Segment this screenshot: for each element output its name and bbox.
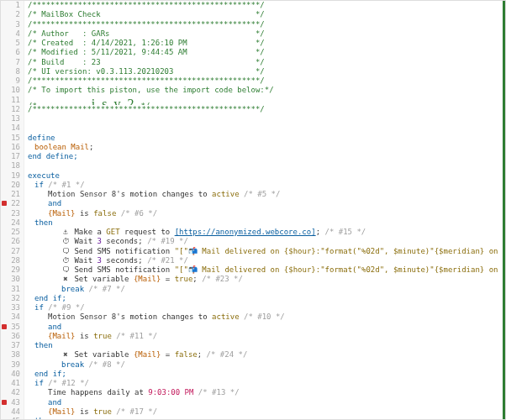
clock-icon: ⏱	[61, 237, 70, 246]
comment-modified: /* Modified : 5/11/2021, 9:44:45 AM */	[28, 48, 265, 56]
keyword-then: then	[34, 218, 53, 227]
note: /* #7 */	[89, 285, 125, 293]
comment-title: /* MailBox Check */	[28, 10, 265, 18]
punct: ;	[198, 350, 202, 359]
cond-text: 's motion changes to	[116, 190, 212, 198]
http-method: GET	[106, 228, 119, 236]
keyword-and: and	[48, 199, 61, 207]
cond-text: happens daily at	[66, 388, 149, 396]
note: /* #21 */	[147, 256, 188, 265]
action-text: Set variable	[74, 275, 133, 283]
comment-import: /* To import this piston, use the import…	[28, 86, 274, 94]
action-text: Make a	[74, 228, 106, 236]
note: /* #6 */	[121, 209, 157, 218]
cond-value: active	[212, 312, 240, 321]
comment-build: /* Build : 23 */	[28, 58, 265, 66]
note: /* #11 */	[116, 332, 157, 340]
cond-device: Motion Sensor 8	[48, 190, 116, 198]
note: /* #19 */	[147, 237, 188, 245]
keyword-end-if: end if;	[34, 370, 66, 378]
keyword-if: if	[34, 379, 44, 387]
time-literal: 9:03:00 PM	[148, 388, 193, 396]
import-code: isv2	[92, 97, 141, 105]
action-text: =	[161, 275, 174, 283]
bubble-icon: 🗨	[61, 265, 70, 275]
cond-is: is	[76, 407, 94, 416]
code-editor: 1234567891011121314151617181920212223242…	[0, 0, 506, 420]
var-ref: {Mail}	[134, 350, 161, 359]
keyword-end-define: end define;	[28, 152, 78, 160]
note: /* #23 */	[202, 275, 243, 283]
literal-true: true	[175, 275, 193, 283]
comment-ui: /* UI version: v0.3.113.20210203 */	[28, 67, 265, 76]
string-body: "["📬 Mail delivered on {$hour}:"format("…	[175, 265, 503, 274]
var-mail: Mail	[71, 143, 89, 151]
punct: ;	[138, 256, 142, 265]
keyword-if: if	[34, 181, 44, 189]
cond-is: is	[76, 209, 94, 218]
comment-created: /* Created : 4/14/2021, 1:26:10 PM */	[28, 39, 265, 47]
comment: /***************************************…	[28, 76, 265, 85]
var-ref: {Mail}	[48, 407, 76, 416]
string-body: "["📬 Mail delivered on {$hour}:"format("…	[175, 247, 503, 255]
cond-is: is	[76, 332, 94, 340]
note: /* #9 */	[48, 303, 84, 312]
literal-false: false	[175, 350, 198, 359]
keyword-break: break	[61, 360, 84, 369]
literal-false: false	[93, 209, 116, 218]
breakpoint-marker[interactable]	[2, 324, 7, 329]
keyword-and: and	[48, 323, 61, 331]
breakpoint-marker[interactable]	[2, 201, 7, 206]
keyword-define: define	[28, 134, 55, 142]
var-ref: {Mail}	[134, 275, 161, 283]
action-text: Set variable	[74, 350, 133, 359]
action-text: Wait	[74, 237, 97, 245]
keyword-end-if: end if;	[34, 294, 66, 302]
code-body: /***************************************…	[24, 1, 503, 419]
note: /* #15 */	[324, 228, 366, 236]
action-text: Wait	[74, 256, 97, 265]
note: /* #13 */	[198, 388, 240, 396]
literal-true: true	[93, 407, 112, 416]
note: /* #24 */	[207, 350, 248, 359]
note: /* #10 */	[244, 312, 285, 321]
literal-true: true	[93, 332, 112, 340]
comment: /***************************************…	[28, 1, 265, 9]
anchor-icon: ⚓	[61, 228, 70, 237]
punct: ;	[89, 143, 93, 151]
var-icon: ✖	[61, 275, 70, 284]
type-boolean: boolean	[34, 143, 66, 151]
comment-author: /* Author : GARs */	[28, 29, 265, 38]
bubble-icon: 🗨	[61, 247, 70, 256]
note: /* #12 */	[48, 379, 89, 387]
action-text: =	[161, 350, 174, 359]
note: /* #1 */	[48, 181, 84, 189]
right-accent-bar	[503, 1, 505, 419]
breakpoint-marker[interactable]	[2, 400, 7, 405]
cond-text: 's motion changes to	[116, 312, 212, 321]
comment: /***************************************…	[28, 105, 265, 113]
cond-device: Motion Sensor 8	[48, 312, 116, 321]
clock-icon: ⏱	[61, 256, 70, 265]
cond-value: active	[212, 190, 240, 198]
var-icon: ✖	[61, 350, 70, 360]
keyword-then: then	[34, 417, 53, 420]
cond-time: Time	[48, 388, 66, 396]
url-link[interactable]: [https://anonymized.webcore.co]	[175, 228, 316, 236]
action-text: request to	[120, 228, 175, 236]
keyword-if: if	[34, 303, 44, 312]
comment: /***************************************…	[28, 20, 265, 29]
keyword-break: break	[61, 285, 84, 293]
note: /* #8 */	[89, 360, 125, 369]
punct: ;	[138, 237, 142, 245]
var-ref: {Mail}	[48, 332, 76, 340]
punct: ;	[192, 275, 197, 283]
action-text: Send SMS notification	[74, 265, 174, 274]
var-ref: {Mail}	[48, 209, 76, 218]
action-text: seconds	[102, 237, 138, 245]
note: /* #17 */	[116, 407, 157, 416]
keyword-and: and	[48, 398, 61, 407]
punct: ;	[316, 228, 320, 236]
note: /* #5 */	[244, 190, 280, 198]
keyword-execute: execute	[28, 171, 60, 180]
